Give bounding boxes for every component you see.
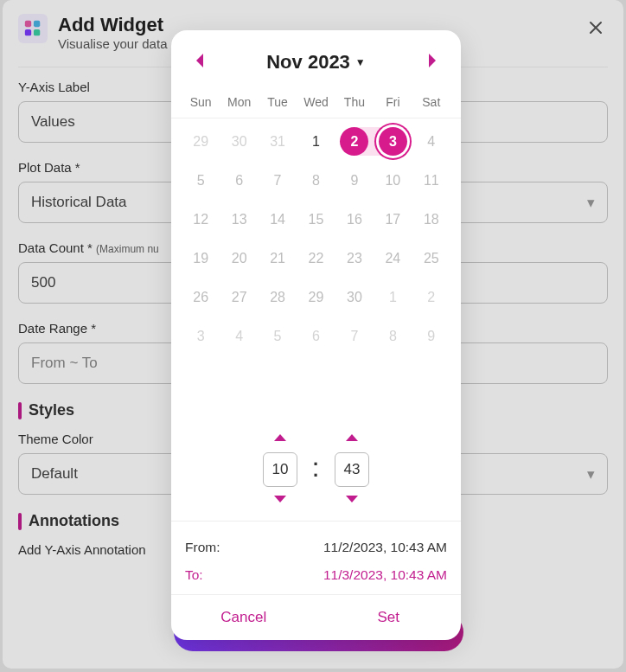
- calendar-day[interactable]: 16: [335, 200, 374, 239]
- to-value: 11/3/2023, 10:43 AM: [323, 567, 447, 583]
- calendar-day[interactable]: 9: [412, 317, 450, 355]
- calendar-day[interactable]: 17: [374, 200, 412, 239]
- weekday-label: Thu: [335, 90, 374, 114]
- from-label: From:: [185, 540, 220, 555]
- calendar-day[interactable]: 18: [412, 200, 450, 239]
- calendar-day[interactable]: 6: [220, 161, 258, 200]
- chevron-up-icon: [273, 432, 287, 443]
- to-label: To:: [185, 567, 203, 583]
- calendar-day[interactable]: 4: [412, 122, 450, 161]
- calendar-day[interactable]: 28: [259, 278, 297, 317]
- date-picker-popup: Nov 2023 ▼ SunMonTueWedThuFriSat 2930311…: [171, 30, 461, 640]
- from-line: From: 11/2/2023, 10:43 AM: [185, 534, 447, 561]
- calendar-day[interactable]: 8: [297, 161, 335, 200]
- calendar-day[interactable]: 2: [412, 278, 450, 317]
- calendar-day[interactable]: 11: [412, 161, 450, 200]
- from-value: 11/2/2023, 10:43 AM: [323, 540, 447, 555]
- calendar-day[interactable]: 30: [335, 278, 374, 317]
- calendar-day[interactable]: 23: [335, 239, 374, 278]
- weekday-label: Sun: [182, 90, 220, 114]
- calendar-day[interactable]: 3: [374, 122, 412, 161]
- calendar-day[interactable]: 20: [220, 239, 258, 278]
- calendar-day[interactable]: 21: [259, 239, 297, 278]
- weekday-label: Sat: [412, 90, 450, 114]
- calendar-day[interactable]: 14: [259, 200, 297, 239]
- calendar-day[interactable]: 7: [259, 161, 297, 200]
- weekday-label: Fri: [374, 90, 412, 114]
- calendar-day[interactable]: 5: [259, 317, 297, 355]
- chevron-up-icon: [345, 432, 359, 443]
- calendar-day[interactable]: 29: [182, 122, 220, 161]
- calendar-day[interactable]: 27: [220, 278, 258, 317]
- time-colon: ··: [313, 458, 319, 481]
- time-picker: ··: [171, 427, 461, 521]
- minute-down-button[interactable]: [345, 494, 359, 507]
- month-label: Nov 2023: [266, 51, 350, 74]
- calendar-grid: 2930311234567891011121314151617181920212…: [171, 118, 461, 361]
- prev-month-button[interactable]: [188, 48, 211, 76]
- calendar-day[interactable]: 22: [297, 239, 335, 278]
- calendar-day[interactable]: 29: [297, 278, 335, 317]
- calendar-day[interactable]: 12: [182, 200, 220, 239]
- month-select-button[interactable]: Nov 2023 ▼: [266, 51, 366, 74]
- calendar-day[interactable]: 30: [220, 122, 258, 161]
- weekday-label: Wed: [297, 90, 335, 114]
- weekday-label: Mon: [220, 90, 258, 114]
- range-summary: From: 11/2/2023, 10:43 AM To: 11/3/2023,…: [171, 521, 461, 594]
- hour-up-button[interactable]: [273, 432, 287, 445]
- next-month-button[interactable]: [421, 48, 444, 76]
- calendar-day[interactable]: 2: [335, 122, 374, 161]
- hour-down-button[interactable]: [273, 494, 287, 507]
- chevron-down-icon: [345, 494, 359, 504]
- calendar-day[interactable]: 9: [335, 161, 374, 200]
- calendar-day[interactable]: 3: [182, 317, 220, 355]
- minute-spinner: [335, 432, 369, 507]
- calendar-day[interactable]: 19: [182, 239, 220, 278]
- calendar-day[interactable]: 10: [374, 161, 412, 200]
- calendar-day[interactable]: 1: [374, 278, 412, 317]
- minute-input[interactable]: [335, 452, 369, 487]
- calendar-day[interactable]: 31: [259, 122, 297, 161]
- calendar-day[interactable]: 8: [374, 317, 412, 355]
- calendar-day[interactable]: 5: [182, 161, 220, 200]
- calendar-actions: Cancel Set: [171, 594, 461, 640]
- chevron-down-icon: [273, 494, 287, 504]
- weekday-label: Tue: [259, 90, 297, 114]
- hour-spinner: [263, 432, 297, 507]
- chevron-left-icon: [194, 53, 206, 68]
- chevron-right-icon: [426, 53, 438, 68]
- hour-input[interactable]: [263, 452, 297, 487]
- set-button[interactable]: Set: [316, 595, 462, 640]
- calendar-day[interactable]: 4: [220, 317, 258, 355]
- calendar-day[interactable]: 1: [297, 122, 335, 161]
- minute-up-button[interactable]: [345, 432, 359, 445]
- weekday-row: SunMonTueWedThuFriSat: [171, 90, 461, 114]
- calendar-day[interactable]: 6: [297, 317, 335, 355]
- calendar-day[interactable]: 13: [220, 200, 258, 239]
- calendar-day[interactable]: 7: [335, 317, 374, 355]
- caret-down-icon: ▼: [355, 56, 366, 68]
- cancel-button[interactable]: Cancel: [171, 595, 316, 640]
- calendar-day[interactable]: 15: [297, 200, 335, 239]
- calendar-day[interactable]: 24: [374, 239, 412, 278]
- to-line: To: 11/3/2023, 10:43 AM: [185, 561, 447, 589]
- calendar-day[interactable]: 25: [412, 239, 450, 278]
- calendar-day[interactable]: 26: [182, 278, 220, 317]
